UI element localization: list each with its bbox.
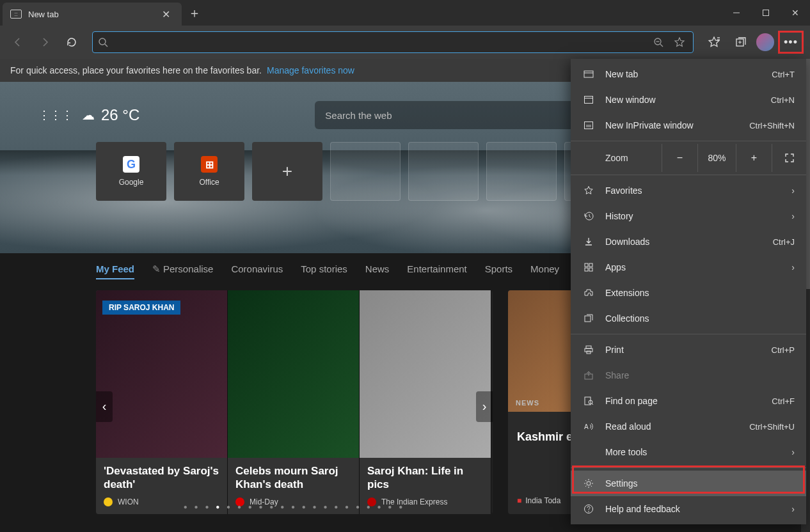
profile-avatar[interactable] [756, 33, 774, 51]
window-icon [582, 95, 595, 105]
titlebar: :: New tab ✕ ＋ ✕ [0, 0, 810, 26]
new-tab-button[interactable]: ＋ [182, 0, 207, 26]
quicklink-office[interactable]: ⊞Office [174, 142, 244, 201]
carousel-slide[interactable]: RIP SAROJ KHAN 'Devastated by Saroj's de… [96, 290, 228, 514]
office-icon: ⊞ [201, 156, 218, 173]
quicklink-empty[interactable] [486, 142, 557, 201]
feed-tab-money[interactable]: Money [530, 263, 559, 279]
google-icon: G [123, 156, 139, 173]
favorite-star-icon[interactable] [671, 34, 688, 51]
zoom-in-button[interactable]: + [736, 144, 772, 172]
quicklink-empty[interactable] [408, 142, 479, 201]
feed-tab-topstories[interactable]: Top stories [301, 263, 347, 279]
menu-more-tools[interactable]: More tools › [571, 439, 806, 465]
manage-favorites-link[interactable]: Manage favorites now [267, 65, 354, 75]
feed-tab-news[interactable]: News [365, 263, 390, 279]
temperature-value: 26 °C [101, 106, 139, 124]
quicklink-add[interactable]: + [252, 142, 322, 201]
menu-zoom-row: Zoom − 80% + [571, 144, 806, 172]
weather-icon: ☁︎ [82, 107, 95, 123]
pencil-icon: ✎ [152, 263, 161, 274]
slide-title: Celebs mourn Saroj Khan's death [235, 464, 351, 492]
carousel-dots[interactable]: ● ● ● ● ● ● ● ● ● ● ● ● ● ● ● ● ● ● ● ● … [96, 503, 493, 510]
side-card-source: India Toda [525, 496, 560, 505]
address-bar[interactable] [92, 31, 694, 53]
svg-line-6 [660, 44, 663, 47]
chevron-right-icon: › [791, 185, 795, 196]
menu-history[interactable]: History › [571, 203, 806, 229]
chevron-right-icon: › [791, 447, 795, 457]
menu-print[interactable]: Print Ctrl+P [571, 337, 806, 363]
svg-rect-24 [589, 268, 592, 271]
feed-tab-personalise[interactable]: ✎Personalise [152, 263, 213, 279]
carousel-slide[interactable]: Saroj Khan: Life in pics The Indian Expr… [360, 290, 491, 514]
svg-rect-26 [586, 346, 591, 348]
svg-line-32 [592, 403, 593, 405]
menu-collections[interactable]: Collections [571, 306, 806, 331]
history-icon [582, 211, 595, 221]
collections-icon [582, 313, 595, 324]
menu-settings[interactable]: Settings [571, 471, 806, 496]
collections-button[interactable] [729, 31, 752, 54]
menu-apps[interactable]: Apps › [571, 254, 806, 280]
close-window-button[interactable]: ✕ [781, 0, 810, 26]
download-icon [582, 237, 595, 247]
favorites-button[interactable] [703, 31, 726, 54]
address-input[interactable] [113, 37, 646, 47]
svg-rect-23 [585, 268, 588, 271]
close-tab-icon[interactable]: ✕ [158, 7, 174, 22]
zoom-indicator-icon[interactable] [651, 35, 666, 50]
inprivate-icon [582, 120, 595, 130]
minimize-button[interactable] [722, 0, 751, 26]
favorites-hint: For quick access, place your favorites h… [10, 65, 262, 75]
fullscreen-button[interactable] [772, 144, 806, 172]
svg-point-34 [587, 481, 591, 485]
svg-text:A: A [584, 423, 589, 430]
quicklink-empty[interactable] [330, 142, 401, 201]
weather-widget[interactable]: ☁︎ 26 °C [82, 106, 139, 124]
more-options-button[interactable]: ••• [778, 31, 804, 54]
quicklink-google[interactable]: GGoogle [96, 142, 166, 201]
svg-rect-25 [585, 316, 591, 322]
zoom-label: Zoom [605, 153, 662, 163]
menu-new-inprivate[interactable]: New InPrivate window Ctrl+Shift+N [571, 113, 806, 138]
menu-new-tab[interactable]: New tab Ctrl+T [571, 61, 806, 87]
chevron-right-icon: › [791, 262, 795, 272]
carousel-slide[interactable]: Celebs mourn Saroj Khan's death Mid-Day [228, 290, 360, 514]
svg-line-3 [105, 44, 107, 47]
chevron-right-icon: › [791, 504, 795, 514]
tab-title: New tab [28, 10, 152, 19]
menu-help[interactable]: Help and feedback › [571, 496, 806, 522]
menu-downloads[interactable]: Downloads Ctrl+J [571, 229, 806, 254]
apps-grid-icon[interactable]: ⋮⋮⋮ [38, 108, 73, 122]
maximize-button[interactable] [751, 0, 781, 26]
feed-tab-sports[interactable]: Sports [485, 263, 512, 279]
carousel-prev[interactable]: ‹ [96, 391, 113, 422]
back-button[interactable] [6, 31, 29, 54]
feed-tab-myfeed[interactable]: My Feed [96, 263, 134, 279]
help-icon [582, 504, 595, 514]
forward-button[interactable] [33, 31, 56, 54]
menu-new-window[interactable]: New window Ctrl+N [571, 87, 806, 113]
menu-find[interactable]: Find on page Ctrl+F [571, 388, 806, 414]
tab-favicon: :: [10, 10, 22, 19]
svg-rect-14 [584, 71, 593, 77]
menu-extensions[interactable]: Extensions [571, 280, 806, 306]
zoom-out-button[interactable]: − [662, 144, 697, 172]
carousel-next[interactable]: › [476, 391, 493, 422]
feed-tab-coronavirus[interactable]: Coronavirus [231, 263, 283, 279]
svg-point-2 [99, 38, 106, 45]
search-icon [98, 37, 108, 47]
apps-icon [582, 262, 595, 272]
star-icon [582, 185, 595, 196]
svg-rect-22 [589, 263, 592, 267]
menu-read-aloud[interactable]: A Read aloud Ctrl+Shift+U [571, 414, 806, 439]
svg-point-36 [588, 511, 589, 512]
refresh-button[interactable] [60, 31, 83, 54]
quicklink-label: Office [199, 178, 219, 187]
menu-favorites[interactable]: Favorites › [571, 178, 806, 203]
feed-tab-entertainment[interactable]: Entertainment [407, 263, 466, 279]
browser-tab[interactable]: :: New tab ✕ [3, 3, 182, 26]
gear-icon [582, 478, 595, 489]
find-icon [582, 396, 595, 406]
